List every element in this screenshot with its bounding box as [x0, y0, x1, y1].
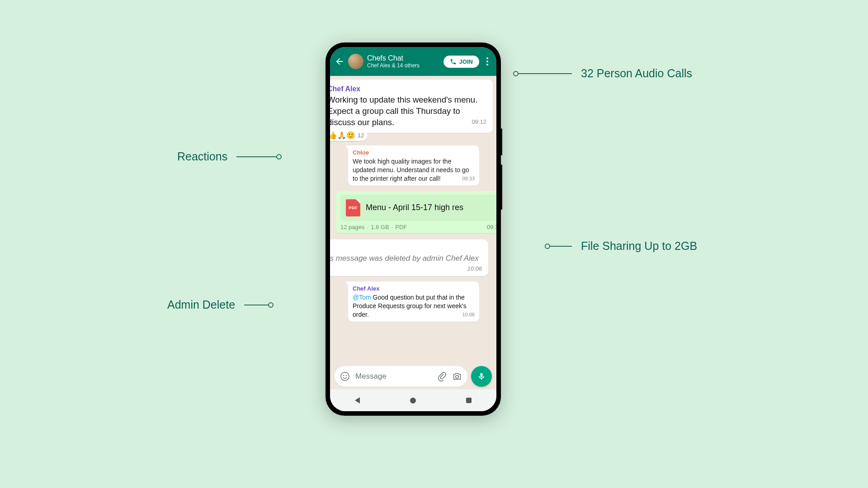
message-bubble-outgoing[interactable]: PDF Menu - April 15-17 high res 12 pages… — [336, 191, 496, 233]
mic-icon — [477, 372, 486, 381]
attach-icon[interactable] — [437, 371, 447, 381]
callout-line — [236, 156, 277, 157]
join-label: JOIN — [459, 58, 473, 65]
back-arrow-icon[interactable] — [335, 56, 344, 66]
callout-audio-calls: 32 Person Audio Calls — [518, 67, 692, 80]
sender-name: Chef Alex — [330, 85, 486, 93]
message-time: 10:06 — [467, 265, 482, 273]
callout-line — [549, 246, 572, 247]
file-type: PDF — [395, 224, 407, 230]
pdf-icon: PDF — [346, 199, 360, 216]
file-size: 1.8 GB — [371, 224, 389, 230]
message-time: 09:33 — [462, 175, 475, 182]
join-call-button[interactable]: JOIN — [443, 56, 479, 68]
message-bubble-deleted[interactable]: Tom This message was deleted by admin Ch… — [330, 239, 488, 276]
chat-subtitle: Chef Alex & 14 others — [367, 62, 440, 69]
message-text: We took high quality images for the upda… — [353, 158, 469, 182]
nav-recents-icon[interactable] — [466, 398, 472, 403]
phone-screen: Chefs Chat Chef Alex & 14 others JOIN Ch… — [330, 47, 496, 411]
phone-side-button — [501, 128, 502, 155]
reactions-chip[interactable]: 👍🙏🙂 12 — [330, 130, 368, 141]
phone-icon — [450, 58, 457, 65]
sender-name: Tom — [330, 244, 482, 252]
file-pages: 12 pages — [340, 224, 365, 230]
callout-text: Admin Delete — [167, 298, 235, 311]
nav-back-icon[interactable] — [355, 397, 360, 404]
sender-name: Chloe — [353, 149, 475, 156]
svg-point-3 — [343, 375, 344, 376]
camera-icon[interactable] — [452, 371, 462, 381]
svg-point-4 — [346, 375, 347, 376]
callout-file-sharing: File Sharing Up to 2GB — [549, 239, 697, 253]
file-attachment[interactable]: PDF Menu - April 15-17 high res — [340, 195, 496, 221]
message-time: 09:12 — [472, 118, 486, 126]
input-placeholder: Message — [355, 372, 431, 381]
file-name: Menu - April 15-17 high res — [366, 203, 463, 212]
message-bubble[interactable]: Chef Alex @Tom Good question but put tha… — [348, 282, 479, 322]
callout-text: 32 Person Audio Calls — [581, 67, 692, 80]
callout-reactions: Reactions — [177, 150, 277, 163]
reaction-emojis: 👍🙏🙂 — [330, 131, 355, 140]
reaction-count: 12 — [358, 132, 364, 139]
chat-title: Chefs Chat — [367, 54, 440, 62]
android-navbar — [330, 389, 496, 411]
callout-line — [244, 305, 269, 305]
callout-line — [518, 73, 572, 74]
emoji-icon[interactable] — [340, 371, 350, 381]
mic-button[interactable] — [471, 366, 492, 387]
callout-text: Reactions — [177, 150, 227, 163]
chat-title-block[interactable]: Chefs Chat Chef Alex & 14 others — [367, 54, 440, 69]
phone-side-button — [501, 164, 502, 210]
avatar[interactable] — [348, 54, 363, 69]
sender-name: Chef Alex — [353, 285, 475, 292]
svg-point-2 — [341, 372, 349, 380]
phone-frame: Chefs Chat Chef Alex & 14 others JOIN Ch… — [326, 42, 501, 416]
more-menu-icon[interactable] — [483, 57, 492, 66]
chat-body: Chef Alex Working to update this weekend… — [330, 76, 496, 366]
message-time: 10:06 — [462, 311, 475, 318]
nav-home-icon[interactable] — [410, 398, 416, 404]
message-input-row: Message — [335, 366, 492, 387]
message-bubble[interactable]: Chef Alex Working to update this weekend… — [330, 80, 493, 133]
svg-point-5 — [456, 375, 458, 378]
chat-header: Chefs Chat Chef Alex & 14 others JOIN — [330, 47, 496, 76]
callout-text: File Sharing Up to 2GB — [581, 239, 697, 253]
message-bubble[interactable]: Chloe We took high quality images for th… — [348, 145, 479, 186]
mention[interactable]: @Tom — [353, 294, 371, 301]
deleted-text: This message was deleted by admin Chef A… — [330, 254, 479, 263]
message-time: 09:34 — [487, 224, 496, 230]
message-text: Working to update this weekend's menu. E… — [330, 95, 477, 127]
message-input[interactable]: Message — [335, 366, 467, 387]
callout-admin-delete: Admin Delete — [167, 298, 269, 311]
